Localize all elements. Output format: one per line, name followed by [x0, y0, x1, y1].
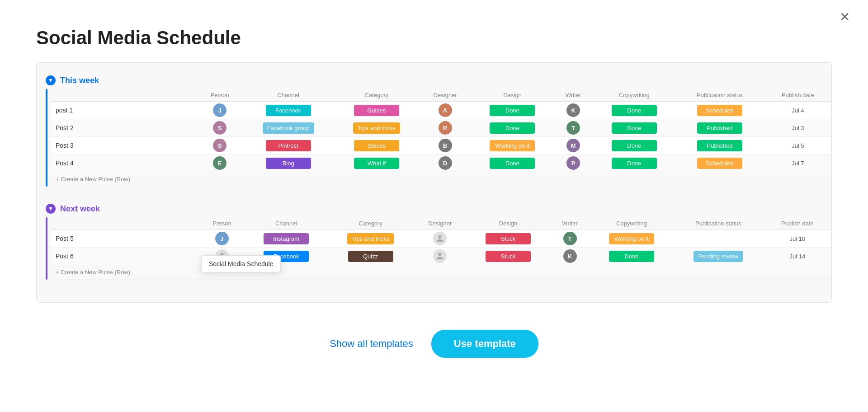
row-design-cell: Done: [472, 102, 553, 119]
row-person-cell: S: [198, 119, 242, 137]
create-row[interactable]: + Create a New Pulse (Row): [51, 265, 831, 280]
group-toggle-icon[interactable]: ▼: [46, 75, 56, 85]
channel-pill: Instagram: [264, 233, 309, 244]
col-header-person: Person: [199, 217, 245, 230]
row-designer-cell: B: [419, 137, 472, 154]
row-publish-date-cell: Jul 14: [764, 248, 831, 265]
design-pill: Stuck: [486, 233, 531, 244]
group-title: This week: [60, 76, 99, 85]
row-copywriting-cell: Working on it: [590, 230, 673, 248]
table-row[interactable]: Post 5JInstagramTips and tricksStuckTWor…: [51, 230, 831, 248]
close-button[interactable]: ✕: [840, 11, 850, 23]
table-row[interactable]: Post 2SFacebook groupTips and tricksRDon…: [51, 119, 831, 137]
category-pill: Stories: [354, 140, 399, 151]
avatar-placeholder: [433, 249, 447, 263]
row-category-cell: Tips and tricks: [335, 119, 419, 137]
row-writer-cell: K: [550, 248, 590, 265]
col-header-publication-status: Publication status: [673, 217, 764, 230]
row-pub-status-cell: Scheduled: [675, 102, 764, 119]
row-design-cell: Done: [472, 119, 553, 137]
row-pub-status-cell: Pending review: [673, 248, 764, 265]
create-row-label[interactable]: + Create a New Pulse (Row): [51, 265, 831, 280]
col-header-name: [51, 217, 199, 230]
col-header-publish-date: Publish date: [764, 89, 831, 102]
row-channel-cell: Blog: [242, 154, 335, 172]
row-pub-status-cell: Scheduled: [675, 154, 764, 172]
col-header-copywriting: Copywriting: [590, 217, 673, 230]
create-row[interactable]: + Create a New Pulse (Row): [51, 172, 831, 187]
row-copywriting-cell: Done: [593, 137, 675, 154]
row-writer-cell: P: [553, 154, 593, 172]
avatar: K: [566, 103, 580, 117]
avatar: T: [566, 121, 580, 135]
row-copywriting-cell: Done: [593, 119, 675, 137]
col-header-channel: Channel: [245, 217, 328, 230]
row-designer-cell: [413, 230, 467, 248]
channel-pill: Facebook: [266, 105, 311, 116]
row-design-cell: Stuck: [467, 230, 550, 248]
use-template-button[interactable]: Use template: [431, 330, 538, 358]
group-header-this_week[interactable]: ▼This week: [37, 72, 831, 89]
col-header-designer: Designer: [413, 217, 467, 230]
row-designer-cell: D: [419, 154, 472, 172]
row-writer-cell: T: [553, 119, 593, 137]
schedule-table: PersonChannelCategoryDesignerDesignWrite…: [51, 217, 831, 280]
col-header-writer: Writer: [550, 217, 590, 230]
copywriting-pill: Done: [609, 251, 654, 262]
table-row[interactable]: Post 3SPintrestStoriesBWorking on itMDon…: [51, 137, 831, 154]
row-publish-date-cell: Jul 7: [764, 154, 831, 172]
show-templates-link[interactable]: Show all templates: [330, 338, 413, 350]
avatar: S: [213, 139, 226, 152]
category-pill: Guides: [354, 105, 399, 116]
board-container: ▼This weekPersonChannelCategoryDesignerD…: [36, 62, 832, 303]
row-category-cell: Tips and tricks: [328, 230, 413, 248]
col-header-category: Category: [335, 89, 419, 102]
row-pub-status-cell: Published: [675, 137, 764, 154]
row-category-cell: Quizz: [328, 248, 413, 265]
group-color-bar: [46, 217, 47, 280]
row-category-cell: What if: [335, 154, 419, 172]
row-name-cell: Post 6: [51, 248, 199, 265]
row-name-cell: Post 5: [51, 230, 199, 248]
col-header-designer: Designer: [419, 89, 472, 102]
row-channel-cell: Facebook group: [242, 119, 335, 137]
row-publish-date-cell: Jul 3: [764, 119, 831, 137]
group-toggle-icon[interactable]: ▼: [46, 204, 56, 214]
table-row[interactable]: Post 6FacebookQuizzStuckKDonePending rev…: [51, 248, 831, 265]
row-publish-date-cell: Jul 4: [764, 102, 831, 119]
channel-pill: Blog: [266, 158, 311, 169]
row-channel-cell: Pintrest: [242, 137, 335, 154]
row-category-cell: Guides: [335, 102, 419, 119]
channel-pill: Facebook: [264, 251, 309, 262]
table-row[interactable]: Post 4EBlogWhat ifDDonePDoneScheduledJul…: [51, 154, 831, 172]
copywriting-pill: Done: [612, 140, 657, 151]
row-pub-status-cell: [673, 230, 764, 248]
category-pill: What if: [354, 158, 399, 169]
row-designer-cell: R: [419, 119, 472, 137]
row-person-cell: J: [199, 230, 245, 248]
pub-status-pill: Pending review: [693, 251, 743, 262]
copywriting-pill: Working on it: [609, 233, 654, 244]
page-title: Social Media Schedule: [0, 0, 868, 62]
row-person-cell: S: [198, 137, 242, 154]
row-copywriting-cell: Done: [593, 102, 675, 119]
col-header-publication-status: Publication status: [675, 89, 764, 102]
group-header-next_week[interactable]: ▼Next week: [37, 200, 831, 217]
row-writer-cell: T: [550, 230, 590, 248]
row-design-cell: Done: [472, 154, 553, 172]
row-copywriting-cell: Done: [590, 248, 673, 265]
avatar: D: [439, 156, 452, 170]
row-channel-cell: Facebook: [242, 102, 335, 119]
pub-status-pill: Scheduled: [697, 158, 742, 169]
create-row-label[interactable]: + Create a New Pulse (Row): [51, 172, 831, 187]
row-design-cell: Working on it: [472, 137, 553, 154]
row-name-cell: Post 4: [51, 154, 198, 172]
avatar: T: [563, 232, 577, 245]
pub-status-pill: Published: [697, 122, 742, 134]
avatar: M: [566, 139, 580, 152]
col-header-person: Person: [198, 89, 242, 102]
col-header-design: Design: [472, 89, 553, 102]
copywriting-pill: Done: [612, 158, 657, 169]
table-row[interactable]: post 1JFacebookGuidesADoneKDoneScheduled…: [51, 102, 831, 119]
row-publish-date-cell: Jul 10: [764, 230, 831, 248]
